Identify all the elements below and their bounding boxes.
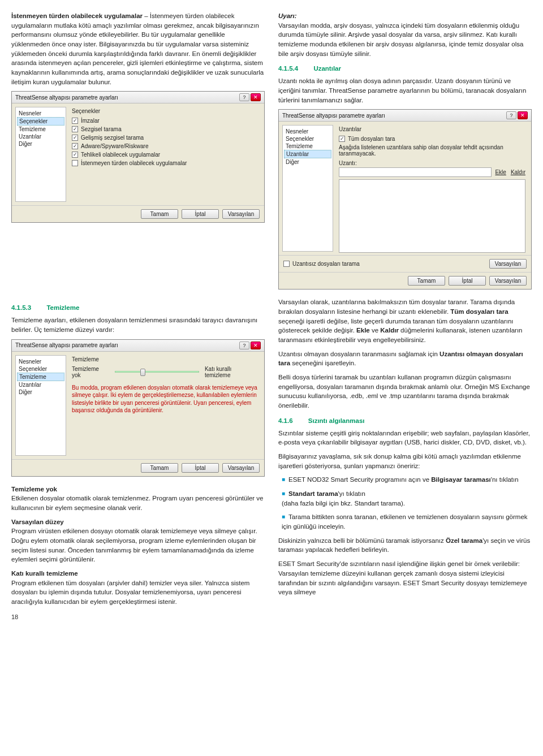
infiltration-paragraph-1: Sızıntılar sisteme çeşitli giriş noktala… bbox=[278, 429, 532, 447]
input-label: Uzantı: bbox=[339, 160, 525, 166]
checkbox-label: Tüm dosyaları tara bbox=[348, 136, 395, 142]
dialog-titlebar: ThreatSense altyapısı parametre ayarları… bbox=[12, 92, 264, 103]
help-icon[interactable]: ? bbox=[239, 93, 249, 101]
default-button[interactable]: Varsayılan bbox=[222, 209, 260, 219]
remove-link[interactable]: Kaldır bbox=[511, 169, 525, 175]
checkbox-label: Tehlikeli olabilecek uygulamalar bbox=[81, 152, 160, 158]
checkbox-label: İstenmeyen türden olabilecek uygulamalar bbox=[81, 160, 187, 166]
tree-item[interactable]: Seçenekler bbox=[284, 135, 331, 142]
recommendation-list: ■ESET NOD32 Smart Security programını aç… bbox=[278, 475, 532, 531]
page-number: 18 bbox=[11, 614, 265, 620]
ok-button[interactable]: Tamam bbox=[141, 209, 178, 219]
extension-input[interactable] bbox=[339, 167, 492, 177]
tree-item[interactable]: Diğer bbox=[17, 140, 64, 148]
cleaning-paragraph: Temizleme ayarları, etkilenen dosyaların… bbox=[11, 316, 265, 334]
default-button[interactable]: Varsayılan bbox=[222, 463, 260, 473]
no-cleaning-paragraph: Temizleme yokEtkilenen dosyalar otomatik… bbox=[11, 485, 265, 513]
bullet-icon: ■ bbox=[282, 513, 285, 520]
help-icon[interactable]: ? bbox=[239, 342, 249, 349]
tree-item[interactable]: Temizleme bbox=[284, 142, 331, 150]
checkbox-noext[interactable] bbox=[283, 261, 290, 267]
dialog-title: ThreatSense altyapısı parametre ayarları bbox=[15, 94, 118, 101]
default-level-paragraph: Varsayılan düzeyProgram virüsten etkilen… bbox=[11, 517, 265, 564]
default-button[interactable]: Varsayılan bbox=[489, 276, 527, 286]
section-heading: 4.1.5.3 Temizleme bbox=[11, 304, 265, 311]
tree-item[interactable]: Nesneler bbox=[284, 128, 331, 135]
list-item: ■ESET NOD32 Smart Security programını aç… bbox=[282, 475, 532, 485]
tree-item-selected[interactable]: Uzantılar bbox=[284, 150, 331, 158]
ok-button[interactable]: Tamam bbox=[408, 276, 445, 286]
slider-thumb[interactable] bbox=[140, 369, 145, 376]
checkbox[interactable] bbox=[72, 126, 78, 132]
tree-item[interactable]: Diğer bbox=[284, 158, 331, 166]
checkbox[interactable] bbox=[72, 152, 78, 158]
checkbox-label: Gelişmiş sezgisel tarama bbox=[81, 135, 144, 141]
extension-listbox[interactable] bbox=[339, 179, 525, 253]
checkbox[interactable] bbox=[72, 135, 78, 141]
last-paragraph: ESET Smart Security'de sızıntıların nası… bbox=[278, 559, 532, 597]
right-top-paragraph: Uyarı:Varsayılan modda, arşiv dosyası, y… bbox=[278, 11, 532, 58]
dialog-cleaning: ThreatSense altyapısı parametre ayarları… bbox=[11, 339, 265, 477]
checkbox-label: Sezgisel tarama bbox=[81, 126, 122, 132]
checkbox-label: İmzalar bbox=[81, 118, 100, 124]
checkbox[interactable] bbox=[72, 118, 78, 124]
cancel-button[interactable]: İptal bbox=[449, 276, 486, 286]
cancel-button[interactable]: İptal bbox=[182, 209, 219, 219]
list-item: ■Tarama bittikten sonra taranan, etkilen… bbox=[282, 512, 532, 531]
left-top-paragraph: İstenmeyen türden olabilecek uygulamalar… bbox=[11, 11, 265, 87]
checkbox[interactable] bbox=[72, 143, 78, 149]
tree-item-selected[interactable]: Seçenekler bbox=[17, 117, 64, 126]
cleaning-note: Bu modda, program etkilenen dosyaları ot… bbox=[72, 384, 258, 414]
group-title: Seçenekler bbox=[72, 108, 258, 114]
tree-item[interactable]: Nesneler bbox=[17, 358, 64, 365]
dialog-title: ThreatSense altyapısı parametre ayarları bbox=[282, 113, 385, 119]
help-icon[interactable]: ? bbox=[506, 111, 516, 119]
checkbox[interactable] bbox=[72, 160, 78, 166]
slider-label-left: Temizleme yok bbox=[72, 366, 109, 378]
left-top-heading: İstenmeyen türden olabilecek uygulamalar bbox=[11, 12, 143, 19]
tree-item[interactable]: Seçenekler bbox=[17, 365, 64, 373]
exclude-paragraph: Belli dosya türlerini taramak bu uzantıl… bbox=[278, 373, 532, 411]
scan-all-paragraph: Varsayılan olarak, uzantılarına bakılmak… bbox=[278, 297, 532, 344]
checkbox-scan-all[interactable] bbox=[339, 136, 345, 142]
tree-item[interactable]: Nesneler bbox=[17, 110, 64, 117]
ok-button[interactable]: Tamam bbox=[141, 463, 178, 473]
group-title: Temizleme bbox=[72, 356, 258, 362]
custom-scan-paragraph: Diskinizin yalnızca belli bir bölümünü t… bbox=[278, 536, 532, 555]
section-heading: 4.1.5.4 Uzantılar bbox=[278, 65, 532, 72]
list-item: ■Standart tarama'yı tıklatın(daha fazla … bbox=[282, 489, 532, 508]
warning-heading: Uyarı: bbox=[278, 12, 297, 19]
close-icon[interactable]: ✕ bbox=[251, 342, 261, 349]
cleaning-slider[interactable] bbox=[115, 371, 199, 373]
dialog-tree[interactable]: Nesneler Seçenekler Temizleme Uzantılar … bbox=[15, 107, 66, 202]
dialog-title: ThreatSense altyapısı parametre ayarları bbox=[15, 342, 118, 348]
tree-item[interactable]: Diğer bbox=[17, 388, 64, 396]
dialog-tree[interactable]: Nesneler Seçenekler Temizleme Uzantılar … bbox=[15, 355, 66, 456]
dialog-titlebar: ThreatSense altyapısı parametre ayarları… bbox=[12, 340, 264, 352]
strict-cleaning-paragraph: Katı kurallı temizlemeProgram etkilenen … bbox=[11, 569, 265, 607]
tree-item-selected[interactable]: Temizleme bbox=[17, 373, 64, 381]
checkbox-label: Adware/Spyware/Riskware bbox=[81, 143, 149, 149]
bullet-icon: ■ bbox=[282, 490, 285, 496]
note-text: Aşağıda listelenen uzantılara sahip olan… bbox=[339, 144, 525, 157]
extensions-paragraph: Uzantı nokta ile ayrılmış olan dosya adı… bbox=[278, 76, 532, 105]
infiltration-paragraph-2: Bilgisayarınız yavaşlama, sık sık donup … bbox=[278, 452, 532, 470]
group-title: Uzantılar bbox=[339, 126, 525, 132]
checkbox-label: Uzantısız dosyaları tarama bbox=[292, 261, 360, 267]
tree-item[interactable]: Temizleme bbox=[17, 126, 64, 133]
add-link[interactable]: Ekle bbox=[495, 169, 506, 175]
close-icon[interactable]: ✕ bbox=[518, 111, 528, 119]
cancel-button[interactable]: İptal bbox=[182, 463, 219, 473]
tree-item[interactable]: Uzantılar bbox=[17, 381, 64, 388]
no-extension-paragraph: Uzantısı olmayan dosyaların taranmasını … bbox=[278, 349, 532, 368]
dialog-options: ThreatSense altyapısı parametre ayarları… bbox=[11, 91, 265, 223]
tree-item[interactable]: Uzantılar bbox=[17, 133, 64, 140]
dialog-titlebar: ThreatSense altyapısı parametre ayarları… bbox=[279, 110, 531, 122]
section-heading: 4.1.6 Sızıntı algılanması bbox=[278, 417, 532, 424]
slider-label-right: Katı kurallı temizleme bbox=[205, 366, 258, 378]
dialog-extensions: ThreatSense altyapısı parametre ayarları… bbox=[278, 109, 532, 290]
default-button[interactable]: Varsayılan bbox=[489, 259, 527, 269]
dialog-tree[interactable]: Nesneler Seçenekler Temizleme Uzantılar … bbox=[282, 125, 333, 252]
close-icon[interactable]: ✕ bbox=[251, 93, 261, 101]
bullet-icon: ■ bbox=[282, 476, 285, 482]
